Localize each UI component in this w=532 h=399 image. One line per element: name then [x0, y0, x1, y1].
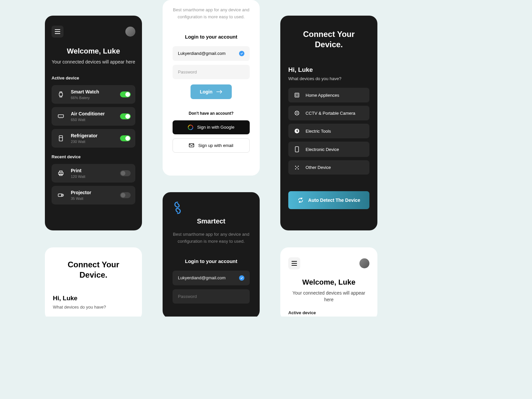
active-device-label: Active device [52, 75, 135, 80]
device-meta: 35 Watt [71, 197, 120, 200]
svg-rect-12 [189, 144, 194, 147]
svg-point-18 [295, 166, 296, 167]
device-meta: 66% Batery [71, 96, 120, 100]
category-label: CCTV & Portable Camera [306, 111, 355, 116]
svg-rect-2 [59, 136, 63, 141]
active-device-label: Active device [288, 310, 369, 315]
category-cctv[interactable]: CCTV & Portable Camera [288, 106, 369, 120]
device-meta: 650 Watt [71, 118, 120, 122]
toggle-ac[interactable] [120, 113, 131, 119]
svg-point-20 [297, 167, 298, 168]
printer-icon [56, 171, 66, 176]
device-row-projector[interactable]: Projector 35 Watt [52, 186, 135, 204]
svg-rect-3 [59, 172, 63, 175]
welcome-title: Welcome, Luke [52, 47, 135, 56]
device-meta: 230 Watt [71, 140, 120, 144]
recent-device-label: Recent device [52, 154, 135, 159]
connect-title: Connect Your Device. [53, 259, 134, 280]
category-label: Home Appliences [306, 93, 339, 98]
watch-icon [56, 91, 66, 98]
google-button-label: Sign in with Google [197, 125, 234, 130]
topbar [52, 26, 135, 38]
welcome-screen-light: Welcome, Luke Your connected devices wil… [280, 247, 377, 317]
login-screen-dark: Smartect Best smarthome app for any devi… [163, 192, 260, 317]
device-row-smartwatch[interactable]: Smart Watch 66% Batery [52, 85, 135, 104]
welcome-title: Welcome, Luke [288, 278, 369, 287]
svg-point-21 [295, 168, 296, 169]
device-info: Smart Watch 66% Batery [71, 89, 120, 100]
no-account-text: Don't have an account? [173, 111, 250, 116]
menu-button[interactable] [52, 26, 64, 38]
avatar[interactable] [125, 27, 135, 37]
mail-icon [189, 143, 194, 147]
device-name: Projector [71, 190, 120, 195]
device-name: Refrigerator [71, 133, 120, 138]
login-title: Login to your account [173, 34, 250, 40]
toggle-smartwatch[interactable] [120, 91, 131, 97]
password-placeholder: Password [178, 294, 244, 299]
password-field[interactable]: Password [173, 289, 250, 304]
ac-icon [56, 114, 66, 118]
device-meta: 120 Watt [71, 175, 120, 179]
email-field[interactable]: Lukyerdiand@gmail.com [173, 271, 250, 285]
menu-button[interactable] [288, 257, 300, 269]
device-row-print[interactable]: Print 120 Watt [52, 164, 135, 183]
google-signin-button[interactable]: Sign in with Google [173, 120, 250, 134]
category-electronic-device[interactable]: Electronic Device [288, 142, 369, 157]
category-electric-tools[interactable]: Electric Tools [288, 124, 369, 138]
email-value: Lukyerdiand@gmail.com [178, 51, 239, 56]
password-field[interactable]: Password [173, 65, 250, 79]
brand-name: Smartect [173, 217, 250, 225]
avatar[interactable] [359, 258, 369, 268]
connect-screen-light: Connect Your Device. Hi, Luke What devic… [45, 247, 142, 317]
device-icon [294, 146, 300, 152]
email-value: Lukyerdiand@gmail.com [178, 275, 239, 280]
device-row-fridge[interactable]: Refrigerator 230 Watt [52, 129, 135, 148]
svg-point-7 [62, 194, 64, 196]
refresh-icon [298, 197, 304, 203]
device-info: Refrigerator 230 Watt [71, 133, 120, 144]
hamburger-icon [55, 29, 60, 34]
check-badge-icon [239, 51, 244, 56]
svg-point-19 [298, 166, 299, 167]
logo [173, 201, 250, 214]
device-info: Air Conditioner 650 Watt [71, 111, 120, 122]
category-label: Electronic Device [306, 147, 339, 152]
toggle-print[interactable] [120, 170, 131, 176]
toggle-fridge[interactable] [120, 135, 131, 141]
connect-screen-dark: Connect Your Device. Hi, Luke What devic… [280, 16, 377, 230]
hamburger-icon [292, 261, 297, 266]
email-signup-button[interactable]: Sign up with email [173, 138, 250, 153]
auto-detect-button[interactable]: Auto Detect The Device [288, 191, 369, 209]
login-screen-light: Best smarthome app for any device and co… [163, 0, 260, 176]
svg-point-22 [298, 168, 299, 169]
device-name: Air Conditioner [71, 111, 120, 116]
connect-title: Connect Your Device. [288, 29, 369, 50]
svg-rect-17 [295, 147, 299, 152]
device-name: Print [71, 168, 120, 173]
svg-rect-4 [60, 171, 62, 172]
tagline: Best smarthome app for any device and co… [173, 231, 250, 245]
device-row-ac[interactable]: Air Conditioner 650 Watt [52, 107, 135, 126]
camera-icon [294, 110, 300, 116]
category-label: Electric Tools [306, 129, 331, 134]
email-button-label: Sign up with email [198, 143, 233, 148]
detect-button-label: Auto Detect The Device [308, 198, 360, 203]
projector-icon [56, 193, 66, 197]
email-field[interactable]: Lukyerdiand@gmail.com [173, 46, 250, 61]
device-info: Projector 35 Watt [71, 190, 120, 200]
greeting: Hi, Luke [288, 66, 369, 73]
welcome-screen-dark: Welcome, Luke Your connected devices wil… [45, 16, 142, 230]
question: What devices do you have? [288, 76, 369, 81]
login-button[interactable]: Login [191, 84, 232, 99]
category-other[interactable]: Other Device [288, 160, 369, 175]
greeting: Hi, Luke [53, 295, 134, 302]
welcome-subtitle: Your connected devices will appear here [52, 59, 135, 66]
arrow-right-icon [216, 90, 222, 94]
check-badge-icon [239, 275, 244, 281]
category-home-appliances[interactable]: Home Appliences [288, 88, 369, 102]
google-icon [188, 125, 193, 130]
toggle-projector[interactable] [120, 192, 131, 198]
login-title: Login to your account [173, 258, 250, 264]
grid-icon [294, 165, 300, 170]
